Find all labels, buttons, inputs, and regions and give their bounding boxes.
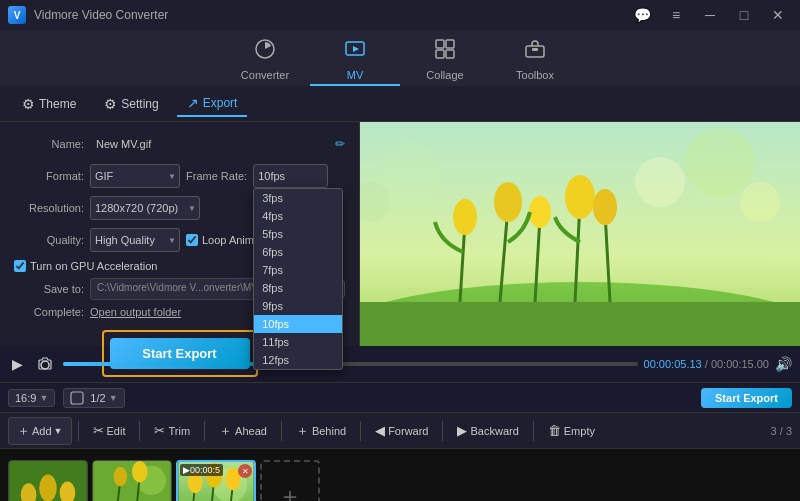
quality-label: Quality:	[14, 234, 84, 246]
empty-button[interactable]: 🗑 Empty	[540, 419, 603, 442]
edit-icon: ✂	[93, 423, 104, 438]
loop-animation-checkbox[interactable]	[186, 234, 198, 246]
framerate-select[interactable]: 10fps	[253, 164, 328, 188]
edit-button[interactable]: ✂ Edit	[85, 419, 134, 442]
svg-point-23	[740, 182, 780, 222]
fps-7[interactable]: 7fps	[254, 261, 342, 279]
ahead-button[interactable]: ＋ Ahead	[211, 418, 275, 444]
edit-icon[interactable]: ✏	[335, 137, 345, 151]
film-thumb-overlay: ▶00:00:5	[180, 464, 223, 476]
format-select[interactable]: GIF	[90, 164, 180, 188]
chat-button[interactable]: 💬	[628, 6, 656, 24]
tab-mv-label: MV	[347, 69, 364, 81]
svg-point-17	[494, 182, 522, 222]
svg-rect-4	[436, 50, 444, 58]
fps-11[interactable]: 11fps	[254, 333, 342, 351]
progress-bar[interactable]	[63, 362, 638, 366]
app-title: Vidmore Video Converter	[34, 8, 168, 22]
fps-3[interactable]: 3fps	[254, 189, 342, 207]
svg-point-40	[132, 461, 148, 482]
film-thumb-3[interactable]: ▶00:00:5 ✕ ▶ ✂ ⚙	[176, 460, 256, 501]
collage-icon	[434, 38, 456, 65]
gpu-label: Turn on GPU Acceleration	[30, 260, 157, 272]
close-button[interactable]: ✕	[764, 6, 792, 24]
save-to-label: Save to:	[14, 283, 84, 295]
forward-button[interactable]: ◀ Forward	[367, 419, 436, 442]
resolution-select[interactable]: 1280x720 (720p)	[90, 196, 200, 220]
preview-panel	[360, 122, 800, 346]
svg-point-22	[685, 127, 755, 197]
export-panel: Name: ✏ Format: GIF Frame Rate: 10fps	[0, 122, 360, 346]
fps-10[interactable]: 10fps	[254, 315, 342, 333]
fps-6[interactable]: 6fps	[254, 243, 342, 261]
svg-point-21	[635, 157, 685, 207]
theme-button[interactable]: ⚙ Theme	[12, 92, 86, 116]
divider-2	[139, 421, 140, 441]
film-thumb-1[interactable]	[8, 460, 88, 501]
export-icon: ↗	[187, 95, 199, 111]
divider-7	[533, 421, 534, 441]
quality-select[interactable]: High Quality	[90, 228, 180, 252]
divider-5	[360, 421, 361, 441]
open-folder-button[interactable]: Open output folder	[90, 306, 181, 318]
filmstrip: ▶00:00:5 ✕ ▶ ✂ ⚙ ＋	[0, 448, 800, 501]
resolution-select-wrapper: 1280x720 (720p)	[90, 196, 200, 220]
svg-point-18	[529, 196, 551, 228]
trim-button[interactable]: ✂ Trim	[146, 419, 198, 442]
play-button[interactable]: ▶	[8, 354, 27, 374]
svg-rect-7	[532, 48, 538, 51]
empty-icon: 🗑	[548, 423, 561, 438]
setting-icon: ⚙	[104, 96, 117, 112]
maximize-button[interactable]: □	[730, 6, 758, 24]
fps-9[interactable]: 9fps	[254, 297, 342, 315]
tab-converter[interactable]: Converter	[220, 34, 310, 86]
title-bar-controls: 💬 ≡ ─ □ ✕	[628, 6, 792, 24]
name-label: Name:	[14, 138, 84, 150]
gpu-checkbox[interactable]	[14, 260, 26, 272]
tab-toolbox[interactable]: Toolbox	[490, 34, 580, 86]
start-export-timeline-button[interactable]: Start Export	[701, 388, 792, 408]
tab-collage[interactable]: Collage	[400, 34, 490, 86]
backward-icon: ▶	[457, 423, 467, 438]
mv-icon	[344, 38, 366, 65]
fps-5[interactable]: 5fps	[254, 225, 342, 243]
svg-rect-10	[360, 302, 800, 346]
resolution-label: Resolution:	[14, 202, 84, 214]
name-input[interactable]	[90, 132, 329, 156]
svg-rect-5	[446, 50, 454, 58]
aspect-ratio-button[interactable]: 16:9 ▼	[8, 389, 55, 407]
volume-icon[interactable]: 🔊	[775, 356, 792, 372]
setting-button[interactable]: ⚙ Setting	[94, 92, 168, 116]
ahead-icon: ＋	[219, 422, 232, 440]
app-icon: V	[8, 6, 26, 24]
film-thumb-close-3[interactable]: ✕	[238, 464, 252, 478]
tab-mv[interactable]: MV	[310, 34, 400, 86]
preview-image	[360, 122, 800, 346]
tab-collage-label: Collage	[426, 69, 463, 81]
svg-rect-3	[446, 40, 454, 48]
page-indicator-button[interactable]: 1/2 ▼	[63, 388, 124, 408]
framerate-dropdown[interactable]: 3fps 4fps 5fps 6fps 7fps 8fps 9fps 10fps…	[253, 188, 343, 370]
fps-4[interactable]: 4fps	[254, 207, 342, 225]
menu-button[interactable]: ≡	[662, 6, 690, 24]
fps-8[interactable]: 8fps	[254, 279, 342, 297]
behind-icon: ＋	[296, 422, 309, 440]
theme-icon: ⚙	[22, 96, 35, 112]
film-thumb-2[interactable]	[92, 460, 172, 501]
svg-rect-27	[71, 392, 83, 404]
divider-1	[78, 421, 79, 441]
main-area: Name: ✏ Format: GIF Frame Rate: 10fps	[0, 122, 800, 346]
add-button[interactable]: ＋ Add ▼	[8, 417, 72, 445]
export-button[interactable]: ↗ Export	[177, 91, 248, 117]
fps-12[interactable]: 12fps	[254, 351, 342, 369]
svg-rect-33	[9, 461, 87, 501]
snapshot-button[interactable]	[33, 354, 57, 374]
minimize-button[interactable]: ─	[696, 6, 724, 24]
behind-button[interactable]: ＋ Behind	[288, 418, 354, 444]
framerate-wrapper: 10fps 3fps 4fps 5fps 6fps 7fps 8fps 9fps…	[253, 164, 328, 188]
backward-button[interactable]: ▶ Backward	[449, 419, 526, 442]
progress-fill	[63, 362, 258, 366]
add-thumb-button[interactable]: ＋	[260, 460, 320, 501]
time-display: 00:00:05.13 / 00:00:15.00	[644, 358, 769, 370]
divider-6	[442, 421, 443, 441]
